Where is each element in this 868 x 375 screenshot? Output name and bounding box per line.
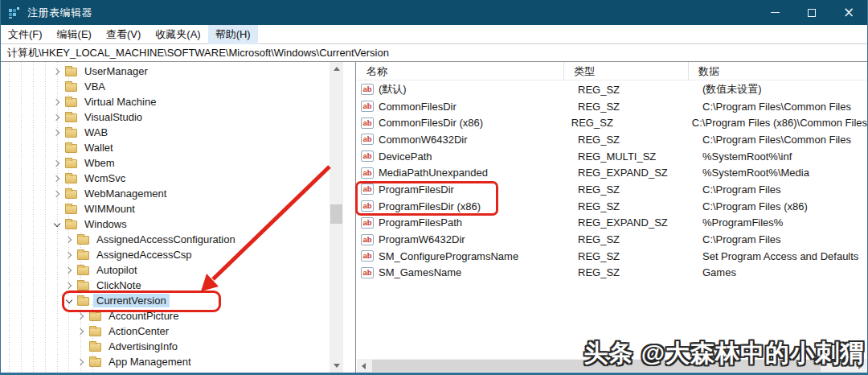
expand-icon[interactable] xyxy=(51,188,63,200)
chevron-right-icon xyxy=(53,113,59,120)
expand-icon[interactable] xyxy=(76,356,87,368)
value-type: REG_SZ xyxy=(568,200,693,212)
scroll-left-button[interactable] xyxy=(357,359,371,373)
string-value-icon: ab xyxy=(361,150,374,162)
folder-icon xyxy=(89,343,101,352)
tree-item-usermanager[interactable]: UserManager xyxy=(1,64,328,79)
tree-item-app-management[interactable]: App Management xyxy=(1,354,328,369)
expand-icon[interactable] xyxy=(76,326,87,337)
minimize-button[interactable] xyxy=(756,0,793,25)
value-row[interactable]: abProgramFilesDirREG_SZC:\Program Files xyxy=(357,181,867,198)
window-title: 注册表编辑器 xyxy=(27,6,92,20)
tree-item-webmanagement[interactable]: WebManagement xyxy=(1,186,328,201)
value-row[interactable]: abProgramFilesPathREG_EXPAND_SZ%ProgramF… xyxy=(357,215,867,232)
chevron-right-icon xyxy=(65,251,72,258)
folder-icon xyxy=(65,129,77,138)
tree-item-assignedaccessconfiguration[interactable]: AssignedAccessConfiguration xyxy=(1,232,328,247)
registry-tree-pane: UserManagerVBAVirtual MachineVisualStudi… xyxy=(1,62,356,373)
maximize-button[interactable] xyxy=(793,0,830,25)
tree-item-assignedaccesscsp[interactable]: AssignedAccessCsp xyxy=(1,247,328,262)
tree-item-wbem[interactable]: Wbem xyxy=(1,155,328,171)
menu-item[interactable]: 帮助(H) xyxy=(208,25,258,44)
value-type: REG_SZ xyxy=(562,117,682,129)
scroll-down-button[interactable] xyxy=(330,359,343,373)
folder-icon xyxy=(89,312,101,321)
column-header-name[interactable]: 名称 xyxy=(357,62,564,80)
tree-item-label: WAB xyxy=(81,126,111,139)
tree-item-advertisinginfo[interactable]: AdvertisingInfo xyxy=(1,339,328,354)
regedit-window: 注册表编辑器 × 文件(F)编辑(E)查看(V)收藏夹(A)帮助(H) 计算机\… xyxy=(0,0,868,375)
tree-vertical-scrollbar[interactable] xyxy=(330,62,343,373)
expand-icon[interactable] xyxy=(76,311,87,322)
value-row[interactable]: ab(默认)REG_SZ(数值未设置) xyxy=(357,81,867,98)
value-row[interactable]: abDevicePathREG_MULTI_SZ%SystemRoot%\inf xyxy=(357,148,867,165)
no-expander xyxy=(76,341,87,352)
tree-item-label: ActionCenter xyxy=(105,324,172,338)
value-row[interactable]: abMediaPathUnexpandedREG_EXPAND_SZ%Syste… xyxy=(357,164,867,181)
tree-item-label: AccountPicture xyxy=(105,309,182,323)
tree-item-autopilot[interactable]: Autopilot xyxy=(1,262,328,278)
value-data: Set Program Access and Defaults xyxy=(693,250,858,262)
tree-item-label: Windows xyxy=(81,217,130,231)
value-row[interactable]: abProgramW6432DirREG_SZC:\Program Files xyxy=(357,231,867,248)
tree-scrollbar-thumb[interactable] xyxy=(330,204,342,224)
expand-icon[interactable] xyxy=(63,265,75,276)
expand-icon[interactable] xyxy=(51,127,63,138)
column-header-type[interactable]: 类型 xyxy=(564,62,689,80)
tree-item-label: ClickNote xyxy=(93,278,145,292)
value-row[interactable]: abCommonFilesDirREG_SZC:\Program Files\C… xyxy=(357,98,867,115)
expand-icon[interactable] xyxy=(51,97,63,108)
expand-icon[interactable] xyxy=(51,173,63,184)
tree-item-currentversion[interactable]: CurrentVersion xyxy=(1,293,328,308)
value-row[interactable]: abSM_ConfigureProgramsNameREG_SZSet Prog… xyxy=(357,248,867,265)
tree-item-windows[interactable]: Windows xyxy=(1,216,328,232)
chevron-down-icon xyxy=(66,296,72,303)
tree-item-accountpicture[interactable]: AccountPicture xyxy=(1,308,328,323)
expand-icon[interactable] xyxy=(63,280,75,291)
value-type: REG_EXPAND_SZ xyxy=(568,216,693,229)
folder-icon xyxy=(77,297,89,306)
tree-item-virtual-machine[interactable]: Virtual Machine xyxy=(1,94,328,109)
tree-item-visualstudio[interactable]: VisualStudio xyxy=(1,109,328,125)
value-name: (默认) xyxy=(379,82,568,97)
menu-item[interactable]: 查看(V) xyxy=(99,25,148,44)
tree-item-wimmount[interactable]: WIMMount xyxy=(1,201,328,216)
expand-icon[interactable] xyxy=(63,249,75,261)
string-value-icon: ab xyxy=(361,217,374,229)
expand-icon[interactable] xyxy=(51,66,63,77)
value-name: CommonFilesDir (x86) xyxy=(379,117,562,129)
tree-item-wallet[interactable]: Wallet xyxy=(1,140,328,155)
folder-icon xyxy=(65,220,77,229)
tree-item-label: AssignedAccessCsp xyxy=(93,248,195,262)
value-row[interactable]: abCommonW6432DirREG_SZC:\Program Files\C… xyxy=(357,131,867,148)
tree-item-wab[interactable]: WAB xyxy=(1,125,328,140)
string-value-icon: ab xyxy=(361,134,374,145)
expand-icon[interactable] xyxy=(51,112,63,123)
tree-item-vba[interactable]: VBA xyxy=(1,79,328,94)
close-icon: × xyxy=(843,6,854,19)
menu-item[interactable]: 编辑(E) xyxy=(50,25,99,44)
value-row[interactable]: abSM_GamesNameREG_SZGames xyxy=(357,265,867,282)
collapse-icon[interactable] xyxy=(63,295,75,307)
value-type: REG_SZ xyxy=(568,101,693,113)
column-header-data[interactable]: 数据 xyxy=(689,62,867,80)
string-value-icon: ab xyxy=(361,183,374,195)
tree-item-wcmsvc[interactable]: WcmSvc xyxy=(1,171,328,186)
address-bar[interactable]: 计算机\HKEY_LOCAL_MACHINE\SOFTWARE\Microsof… xyxy=(1,45,867,62)
scroll-up-button[interactable] xyxy=(330,62,343,76)
value-row[interactable]: abCommonFilesDir (x86)REG_SZC:\Program F… xyxy=(357,114,867,131)
tree-item-clicknote[interactable]: ClickNote xyxy=(1,278,328,293)
maximize-icon xyxy=(808,9,816,17)
chevron-right-icon xyxy=(65,236,72,242)
close-button[interactable]: × xyxy=(830,0,867,25)
collapse-icon[interactable] xyxy=(51,219,63,230)
tree-item-actioncenter[interactable]: ActionCenter xyxy=(1,323,328,339)
expand-icon[interactable] xyxy=(63,234,75,245)
value-data: C:\Program Files (x86) xyxy=(693,200,808,212)
value-type: REG_SZ xyxy=(568,84,693,96)
expand-icon[interactable] xyxy=(51,158,63,169)
chevron-right-icon xyxy=(65,282,72,288)
menu-item[interactable]: 文件(F) xyxy=(1,25,50,44)
value-row[interactable]: abProgramFilesDir (x86)REG_SZC:\Program … xyxy=(357,198,867,215)
menu-item[interactable]: 收藏夹(A) xyxy=(148,25,207,44)
